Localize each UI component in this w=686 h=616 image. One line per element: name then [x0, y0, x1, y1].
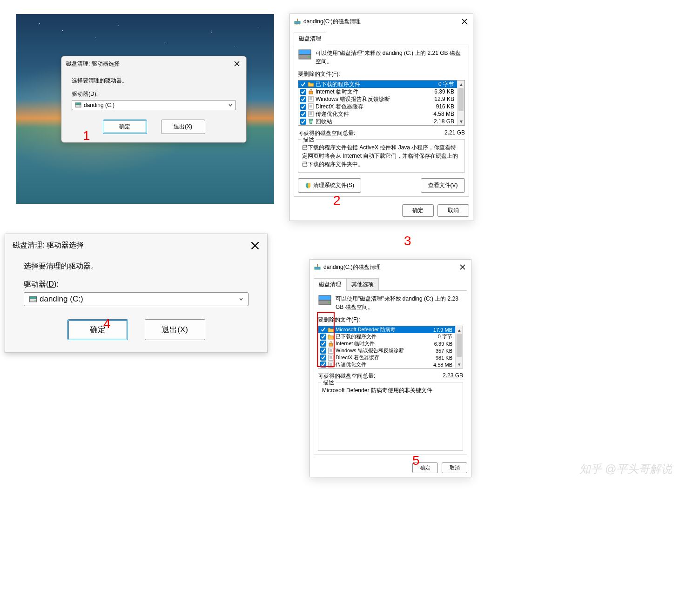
svg-rect-10: [309, 91, 313, 94]
annotation-4: 4: [103, 316, 111, 331]
file-name: Windows 错误报告和反馈诊断: [316, 95, 434, 103]
exit-button[interactable]: 退出(X): [161, 120, 205, 134]
chevron-down-icon: [228, 103, 233, 107]
file-size: 981 KB: [436, 355, 453, 361]
info-text: 可以使用"磁盘清理"来释放 danding (C:) 上的 2.21 GB 磁盘…: [316, 49, 465, 66]
file-checkbox[interactable]: [300, 111, 306, 117]
shield-icon: [305, 182, 311, 189]
file-name: DirectX 着色器缓存: [336, 354, 436, 361]
scroll-up-icon[interactable]: ▴: [456, 326, 463, 334]
scrollbar-thumb[interactable]: [457, 334, 462, 357]
file-list-item[interactable]: DirectX 着色器缓存981 KB: [318, 354, 455, 361]
tab-disk-cleanup[interactable]: 磁盘清理: [294, 33, 326, 45]
file-name: Internet 临时文件: [336, 340, 434, 347]
annotation-2: 2: [333, 193, 341, 208]
ok-button[interactable]: 确定: [103, 120, 147, 134]
lock-icon: [308, 88, 314, 95]
annotation-5: 5: [412, 453, 420, 468]
file-list-item[interactable]: DirectX 着色器缓存916 KB: [298, 103, 457, 110]
file-size: 0 字节: [438, 333, 453, 340]
file-checkbox[interactable]: [300, 104, 306, 110]
file-list-item[interactable]: Windows 错误报告和反馈诊断12.9 KB: [298, 95, 457, 103]
file-list-item[interactable]: 已下载的程序文件0 字节: [298, 80, 457, 88]
disk-cleanup-dialog-5: danding(C:)的磁盘清理 磁盘清理 其他选项 可以使用"磁盘清理"来释放…: [309, 259, 471, 477]
prompt-text: 选择要清理的驱动器。: [24, 261, 249, 271]
broom-icon: [314, 263, 321, 271]
cancel-button[interactable]: 取消: [437, 204, 469, 217]
disk-icon: [318, 295, 332, 307]
scrollbar[interactable]: ▴ ▾: [455, 326, 463, 368]
drive-label: 驱动器(D):: [72, 90, 236, 98]
svg-rect-15: [315, 267, 320, 269]
dialog-title: 磁盘清理: 驱动器选择: [13, 241, 84, 250]
drive-label: 驱动器(D):: [24, 280, 249, 289]
file-list-item[interactable]: Internet 临时文件6.39 KB: [318, 340, 455, 347]
file-size: 0 字节: [438, 80, 455, 88]
exit-button[interactable]: 退出(X): [145, 319, 205, 340]
file-list-item[interactable]: 回收站2.18 GB: [298, 118, 457, 125]
cancel-button[interactable]: 取消: [442, 462, 467, 473]
prompt-text: 选择要清理的驱动器。: [72, 77, 236, 85]
svg-rect-1: [75, 103, 81, 105]
file-list-item[interactable]: 已下载的程序文件0 字节: [318, 333, 455, 340]
close-icon[interactable]: [232, 59, 242, 68]
scrollbar[interactable]: ▴ ▾: [457, 80, 464, 125]
svg-point-9: [309, 56, 310, 58]
recycle-icon: [308, 118, 314, 125]
file-name: 已下载的程序文件: [336, 333, 438, 340]
scroll-down-icon[interactable]: ▾: [456, 361, 463, 368]
drive-combobox[interactable]: danding (C:): [24, 292, 249, 306]
total-value: 2.21 GB: [444, 129, 465, 137]
svg-rect-13: [309, 111, 313, 117]
close-icon[interactable]: [458, 262, 467, 272]
scrollbar-thumb[interactable]: [458, 88, 464, 111]
tab-other-options[interactable]: 其他选项: [346, 278, 379, 291]
view-files-button[interactable]: 查看文件(V): [421, 178, 465, 193]
file-list-item[interactable]: Internet 临时文件6.39 KB: [298, 88, 457, 95]
watermark: 知乎 @平头哥解说: [579, 462, 672, 476]
file-checkbox[interactable]: [300, 81, 306, 87]
file-checkbox[interactable]: [300, 89, 306, 95]
total-value: 2.23 GB: [443, 372, 463, 380]
file-size: 916 KB: [436, 103, 455, 110]
file-list-item[interactable]: 传递优化文件4.58 MB: [318, 361, 455, 368]
svg-rect-8: [299, 50, 311, 54]
file-list: Microsoft Defender 防病毒17.9 MB已下载的程序文件0 字…: [318, 326, 463, 368]
file-name: Windows 错误报告和反馈诊断: [336, 347, 436, 354]
svg-rect-4: [30, 296, 37, 299]
svg-rect-17: [319, 295, 331, 300]
disk-cleanup-dialog-2: danding(C:)的磁盘清理 磁盘清理 可以使用"磁盘清理"来释放 dand…: [289, 13, 473, 221]
file-size: 17.9 MB: [433, 327, 453, 333]
svg-rect-11: [309, 96, 313, 102]
scroll-down-icon[interactable]: ▾: [457, 118, 464, 125]
file-checkbox[interactable]: [300, 119, 306, 125]
annotation-1: 1: [83, 128, 90, 143]
svg-point-18: [329, 302, 330, 303]
file-list-item[interactable]: Windows 错误报告和反馈诊断357 KB: [318, 347, 455, 354]
folder-icon: [308, 81, 314, 87]
tab-disk-cleanup[interactable]: 磁盘清理: [314, 278, 346, 291]
drive-combobox[interactable]: danding (C:): [72, 100, 236, 110]
file-size: 12.9 KB: [434, 96, 455, 102]
file-checkbox[interactable]: [300, 96, 306, 102]
file-icon: [308, 111, 314, 117]
ok-button[interactable]: 确定: [67, 319, 128, 340]
file-name: 传递优化文件: [336, 361, 433, 368]
scroll-up-icon[interactable]: ▴: [457, 80, 464, 88]
close-icon[interactable]: [460, 17, 469, 26]
file-icon: [308, 103, 314, 110]
disk-icon: [298, 49, 312, 61]
clean-system-files-button[interactable]: 清理系统文件(S): [298, 178, 361, 193]
drive-value: danding (C:): [40, 295, 83, 304]
file-size: 4.58 MB: [433, 362, 453, 368]
file-name: 已下载的程序文件: [316, 80, 438, 88]
file-list-item[interactable]: Microsoft Defender 防病毒17.9 MB: [318, 326, 455, 333]
file-list-item[interactable]: 传递优化文件4.58 MB: [298, 110, 457, 118]
drive-value: danding (C:): [84, 102, 114, 108]
file-name: 传递优化文件: [316, 110, 433, 118]
window-title: danding(C:)的磁盘清理: [303, 18, 361, 26]
window-title: danding(C:)的磁盘清理: [323, 263, 381, 271]
ok-button[interactable]: 确定: [402, 204, 434, 217]
drive-icon: [29, 296, 37, 303]
close-icon[interactable]: [250, 241, 260, 250]
